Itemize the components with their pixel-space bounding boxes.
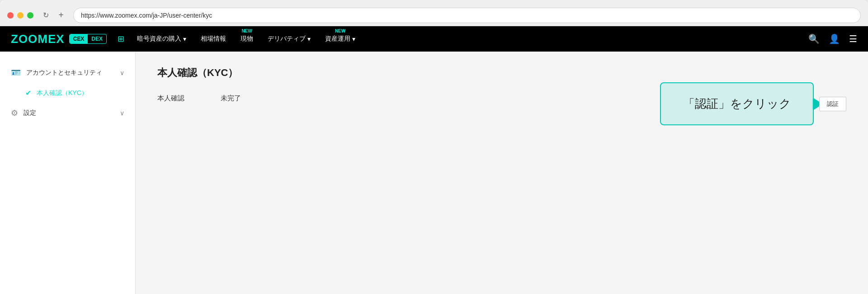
content-area: 本人確認（KYC） 本人確認 未完了 「認証」をクリック 認証 [136, 52, 868, 294]
nav-item-spot[interactable]: NEW 現物 [241, 35, 253, 43]
check-icon-kyc: ✔ [25, 89, 31, 97]
browser-chrome: ↻ + [0, 0, 868, 26]
nav-right: 🔍 👤 ☰ [808, 33, 857, 44]
top-navigation: ZOOMEX CEX DEX ⊞ 暗号資産の購入 ▾ 相場情報 NEW 現物 デ… [0, 26, 868, 52]
tooltip-text: 「認証」をクリック [683, 96, 791, 112]
reload-button[interactable]: ↻ [39, 9, 52, 22]
user-button[interactable]: 👤 [829, 33, 840, 44]
sidebar-account-label: アカウントとセキュリティ [26, 68, 114, 77]
chevron-down-icon-derivatives: ▾ [307, 35, 311, 43]
nav-label-spot: 現物 [241, 35, 253, 43]
url-bar[interactable] [73, 8, 861, 23]
nav-item-crypto-buy[interactable]: 暗号資産の購入 ▾ [137, 35, 186, 43]
nav-items: 暗号資産の購入 ▾ 相場情報 NEW 現物 デリバティブ ▾ NEW 資産運用 … [137, 35, 808, 43]
kyc-status: 未完了 [221, 94, 241, 103]
nav-label-asset: 資産運用 [325, 35, 350, 43]
sidebar: 🪪 アカウントとセキュリティ ∨ ✔ 本人確認（KYC） ⚙ 設定 ∨ [0, 52, 136, 294]
traffic-light-yellow[interactable] [17, 12, 24, 19]
settings-icon: ⚙ [11, 108, 18, 118]
traffic-light-green[interactable] [27, 12, 33, 19]
account-icon: 🪪 [11, 68, 21, 78]
nav-label-derivatives: デリバティブ [268, 35, 306, 43]
traffic-light-red[interactable] [7, 12, 14, 19]
nav-item-derivatives[interactable]: デリバティブ ▾ [268, 35, 311, 43]
main-layout: 🪪 アカウントとセキュリティ ∨ ✔ 本人確認（KYC） ⚙ 設定 ∨ 本人確認… [0, 52, 868, 294]
sidebar-item-settings[interactable]: ⚙ 設定 ∨ [0, 103, 135, 123]
tooltip-callout: 「認証」をクリック [660, 82, 814, 125]
new-badge-asset: NEW [335, 28, 345, 33]
sidebar-item-account-security[interactable]: 🪪 アカウントとセキュリティ ∨ [0, 62, 135, 83]
new-tab-button[interactable]: + [54, 9, 68, 22]
chevron-icon-account: ∨ [120, 69, 124, 76]
chevron-down-icon-asset: ▾ [352, 35, 355, 43]
chevron-icon-settings: ∨ [120, 109, 124, 117]
cex-button[interactable]: CEX [70, 34, 88, 43]
app-container: ZOOMEX CEX DEX ⊞ 暗号資産の購入 ▾ 相場情報 NEW 現物 デ… [0, 26, 868, 294]
cex-dex-toggle: CEX DEX [69, 34, 107, 44]
sidebar-kyc-label: 本人確認（KYC） [37, 89, 88, 97]
grid-icon[interactable]: ⊞ [118, 34, 124, 44]
menu-button[interactable]: ☰ [849, 33, 857, 44]
search-button[interactable]: 🔍 [808, 33, 820, 44]
browser-tabs: ↻ + [39, 9, 68, 22]
dex-button[interactable]: DEX [88, 34, 106, 43]
sidebar-item-kyc[interactable]: ✔ 本人確認（KYC） [0, 83, 135, 103]
logo[interactable]: ZOOMEX [11, 32, 65, 46]
kyc-authenticate-button[interactable]: 認証 [819, 97, 846, 111]
page-title: 本人確認（KYC） [157, 66, 846, 80]
sidebar-settings-label: 設定 [24, 109, 114, 118]
new-badge-spot: NEW [241, 28, 252, 33]
nav-label-market: 相場情報 [201, 35, 226, 43]
nav-item-asset-management[interactable]: NEW 資産運用 ▾ [325, 35, 355, 43]
chevron-down-icon: ▾ [183, 35, 186, 43]
logo-area: ZOOMEX CEX DEX [11, 32, 107, 46]
nav-item-market[interactable]: 相場情報 [201, 35, 226, 43]
traffic-lights [7, 12, 33, 19]
kyc-label: 本人確認 [157, 94, 193, 103]
nav-label-crypto-buy: 暗号資産の購入 [137, 35, 181, 43]
